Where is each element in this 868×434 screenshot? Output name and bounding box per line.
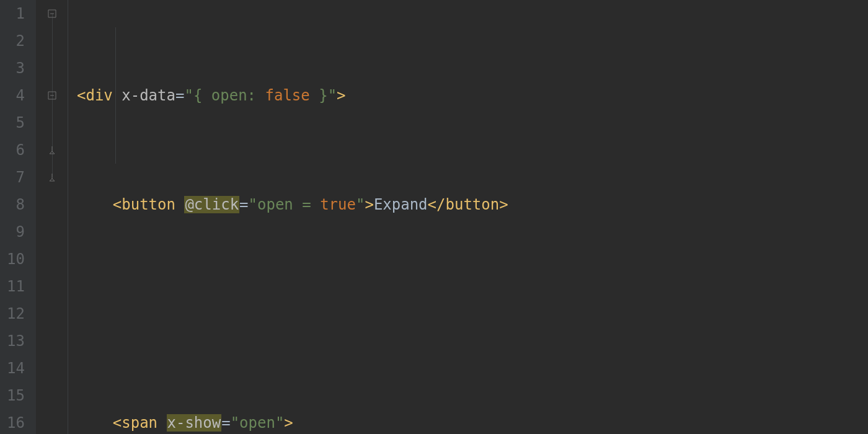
line-number: 2: [0, 27, 25, 55]
tag-name: button: [122, 196, 175, 213]
tag-name: div: [86, 87, 112, 104]
line-number: 13: [0, 327, 25, 355]
code-line[interactable]: [77, 300, 868, 327]
code-line[interactable]: <div x-data="{ open: false }">: [77, 82, 868, 109]
code-line[interactable]: <button @click="open = true">Expand</but…: [77, 191, 868, 218]
line-number: 3: [0, 55, 25, 82]
fold-end-icon: [47, 145, 57, 155]
line-number: 6: [0, 136, 25, 164]
line-number: 14: [0, 355, 25, 382]
line-number: 16: [0, 409, 25, 434]
line-number: 10: [0, 246, 25, 273]
line-number: 15: [0, 382, 25, 409]
fold-collapse-icon[interactable]: [47, 9, 57, 19]
attr-name: x-data: [122, 87, 175, 104]
line-number-gutter: 1 2 3 4 5 6 7 8 9 10 11 12 13 14 15 16: [0, 0, 36, 434]
line-number: 9: [0, 218, 25, 246]
line-number: 12: [0, 300, 25, 327]
attr-name-highlighted: @click: [184, 196, 239, 213]
code-editor[interactable]: 1 2 3 4 5 6 7 8 9 10 11 12 13 14 15 16: [0, 0, 868, 434]
text-content: Expand: [374, 196, 428, 213]
code-area[interactable]: <div x-data="{ open: false }"> <button @…: [68, 0, 868, 434]
line-number: 7: [0, 164, 25, 191]
line-number: 1: [0, 0, 25, 27]
attr-name-highlighted: x-show: [167, 414, 222, 432]
line-number: 4: [0, 82, 25, 109]
line-number: 8: [0, 191, 25, 218]
line-number: 11: [0, 273, 25, 300]
code-line[interactable]: <span x-show="open">: [77, 409, 868, 434]
fold-collapse-icon[interactable]: [47, 91, 57, 100]
angle-bracket: <: [77, 87, 86, 104]
fold-gutter: [36, 0, 68, 434]
fold-end-icon: [47, 172, 57, 182]
line-number: 5: [0, 109, 25, 136]
tag-name: span: [122, 414, 157, 432]
